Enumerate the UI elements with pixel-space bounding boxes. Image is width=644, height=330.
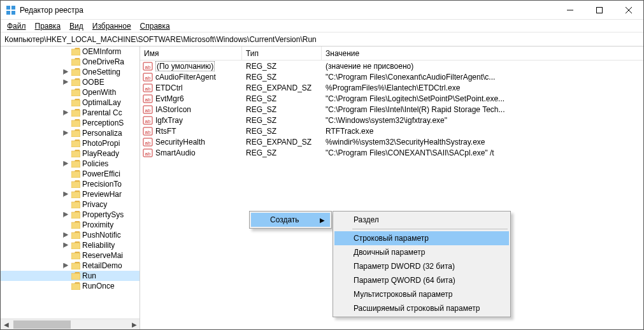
context-menu-new-key[interactable]: Раздел xyxy=(334,213,509,227)
tree-item[interactable]: ⯈Personaliza xyxy=(1,128,140,138)
tree-item[interactable]: ⯈Reliability xyxy=(1,240,140,250)
tree-item[interactable]: ⯈PreviewHar xyxy=(1,189,140,199)
tree-item-label: Personaliza xyxy=(82,129,122,138)
tree-item[interactable]: ⯈OneSetting xyxy=(1,67,140,77)
address-bar[interactable]: Компьютер\HKEY_LOCAL_MACHINE\SOFTWARE\Mi… xyxy=(1,32,643,47)
context-menu-create-label: Создать xyxy=(270,215,299,224)
tree-item[interactable]: OptimalLay xyxy=(1,97,140,108)
context-menu-create[interactable]: Создать ▶ xyxy=(251,213,330,227)
tree-item[interactable]: PlayReady xyxy=(1,148,140,159)
expander-icon[interactable]: ⯈ xyxy=(63,69,69,76)
tree-item[interactable]: OEMInform xyxy=(1,47,140,57)
expander-icon[interactable]: ⯈ xyxy=(63,262,69,269)
svg-rect-8 xyxy=(71,49,80,55)
tree-item-label: PreviewHar xyxy=(82,190,122,199)
scroll-left-icon[interactable]: ◀ xyxy=(1,319,11,329)
context-menu-new-qword[interactable]: Параметр QWORD (64 бита) xyxy=(334,273,509,287)
tree-item[interactable]: PowerEffici xyxy=(1,169,140,179)
tree-item-label: PrecisionTo xyxy=(82,180,122,189)
svg-text:ab: ab xyxy=(145,64,151,70)
value-type: REG_SZ xyxy=(242,62,322,71)
value-row[interactable]: abcAudioFilterAgentREG_SZ"C:\Program Fil… xyxy=(140,71,643,82)
tree-item[interactable]: ⯈Parental Cc xyxy=(1,108,140,118)
scroll-right-icon[interactable]: ▶ xyxy=(129,319,140,329)
string-value-icon: ab xyxy=(143,94,153,104)
tree-item[interactable]: ⯈OOBE xyxy=(1,77,140,87)
expander-icon[interactable]: ⯈ xyxy=(63,242,69,249)
tree-item-label: OOBE xyxy=(82,78,104,87)
svg-rect-27 xyxy=(71,243,80,249)
expander-icon[interactable]: ⯈ xyxy=(63,232,69,239)
minimize-button[interactable] xyxy=(555,1,585,19)
value-row[interactable]: abETDCtrlREG_EXPAND_SZ%ProgramFiles%\Ela… xyxy=(140,82,643,93)
tree-item[interactable]: PhotoPropi xyxy=(1,138,140,148)
tree-item[interactable]: OpenWith xyxy=(1,87,140,97)
tree-item[interactable]: ⯈Policies xyxy=(1,159,140,169)
tree-item[interactable]: PerceptionS xyxy=(1,118,140,128)
tree-item[interactable]: ⯈PushNotific xyxy=(1,230,140,240)
context-menu-new-multistring[interactable]: Мультистроковый параметр xyxy=(334,287,509,301)
folder-icon xyxy=(71,99,80,106)
tree-item[interactable]: Run xyxy=(1,271,140,281)
context-menu-new-binary[interactable]: Двоичный параметр xyxy=(334,245,509,259)
value-name: SecurityHealth xyxy=(155,138,205,147)
column-header-name[interactable]: Имя xyxy=(140,47,242,60)
tree-horizontal-scrollbar[interactable]: ◀ ▶ xyxy=(1,319,140,329)
value-name: SmartAudio xyxy=(155,148,196,157)
folder-icon xyxy=(71,160,80,168)
value-name: IAStorIcon xyxy=(155,105,191,114)
value-row[interactable]: abSecurityHealthREG_EXPAND_SZ%windir%\sy… xyxy=(140,136,643,147)
expander-icon[interactable]: ⯈ xyxy=(63,161,69,168)
close-button[interactable] xyxy=(614,1,643,19)
value-row[interactable]: abRtsFTREG_SZRTFTrack.exe xyxy=(140,126,643,136)
menu-help[interactable]: Справка xyxy=(136,21,174,31)
tree-item[interactable]: ⯈RetailDemo xyxy=(1,261,140,271)
context-menu-new-string[interactable]: Строковый параметр xyxy=(334,231,509,245)
column-header-value[interactable]: Значение xyxy=(322,47,643,60)
expander-icon[interactable]: ⯈ xyxy=(63,110,69,117)
expander-icon[interactable]: ⯈ xyxy=(63,130,69,137)
folder-icon xyxy=(71,140,80,147)
value-row[interactable]: abSmartAudioREG_SZ"C:\Program Files\CONE… xyxy=(140,147,643,158)
context-menu-new: Раздел Строковый параметр Двоичный парам… xyxy=(333,211,511,317)
tree-item-label: PlayReady xyxy=(82,149,119,158)
svg-text:ab: ab xyxy=(145,86,151,92)
expander-icon[interactable]: ⯈ xyxy=(63,191,69,198)
tree-item-label: ReserveMai xyxy=(82,251,123,260)
tree-item-label: PropertySys xyxy=(82,210,124,219)
tree-item[interactable]: Privacy xyxy=(1,199,140,210)
tree-item[interactable]: PrecisionTo xyxy=(1,179,140,189)
value-data: (значение не присвоено) xyxy=(322,62,643,71)
menu-file[interactable]: Файл xyxy=(3,21,30,31)
tree-item[interactable]: ReserveMai xyxy=(1,250,140,261)
svg-text:ab: ab xyxy=(145,140,151,146)
context-menu-new-expandstring[interactable]: Расширяемый строковый параметр xyxy=(334,301,509,315)
scroll-thumb[interactable] xyxy=(13,320,71,329)
tree-item[interactable]: RunOnce xyxy=(1,281,140,291)
menu-favorites[interactable]: Избранное xyxy=(89,21,135,31)
value-row[interactable]: ab(По умолчанию)REG_SZ(значение не присв… xyxy=(140,61,643,71)
string-value-icon: ab xyxy=(143,61,153,71)
menu-view[interactable]: Вид xyxy=(66,21,87,31)
menu-edit[interactable]: Правка xyxy=(31,21,65,31)
submenu-arrow-icon: ▶ xyxy=(320,217,325,224)
expander-icon[interactable]: ⯈ xyxy=(63,79,69,86)
svg-rect-26 xyxy=(71,233,80,239)
svg-rect-23 xyxy=(71,202,80,208)
tree-item[interactable]: OneDriveRa xyxy=(1,57,140,67)
value-name: ETDCtrl xyxy=(155,83,183,92)
expander-icon[interactable]: ⯈ xyxy=(63,212,69,219)
value-row[interactable]: abIAStorIconREG_SZ"C:\Program Files\Inte… xyxy=(140,104,643,115)
string-value-icon: ab xyxy=(143,148,153,158)
folder-icon xyxy=(71,78,80,86)
folder-icon xyxy=(71,180,80,188)
column-header-type[interactable]: Тип xyxy=(242,47,322,60)
maximize-button[interactable] xyxy=(585,1,614,19)
value-type: REG_EXPAND_SZ xyxy=(242,138,322,147)
tree-item-label: Parental Cc xyxy=(82,108,122,117)
tree-item[interactable]: ⯈PropertySys xyxy=(1,210,140,220)
value-row[interactable]: abIgfxTrayREG_SZ"C:\Windows\system32\igf… xyxy=(140,115,643,126)
tree-item[interactable]: Proximity xyxy=(1,220,140,230)
value-row[interactable]: abEvtMgr6REG_SZ"C:\Program Files\Logitec… xyxy=(140,93,643,104)
context-menu-new-dword[interactable]: Параметр DWORD (32 бита) xyxy=(334,259,509,273)
